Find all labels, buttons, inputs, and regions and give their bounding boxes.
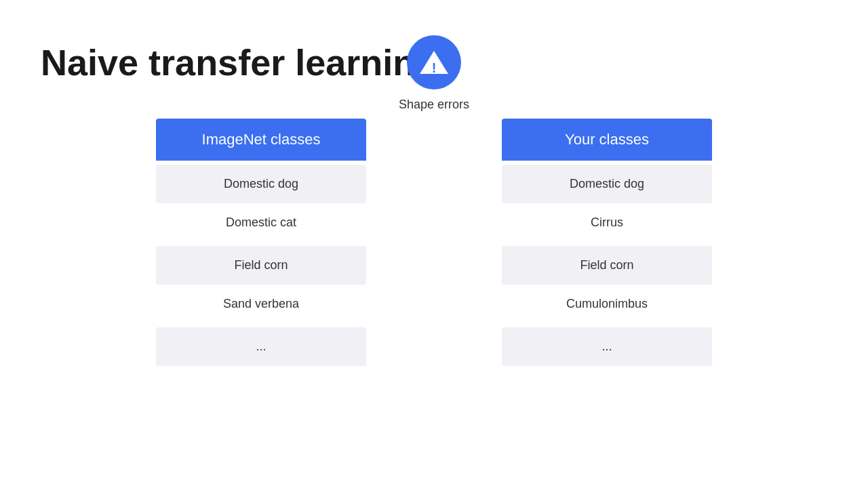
warning-triangle-icon: ! xyxy=(418,47,450,78)
warning-label: Shape errors xyxy=(399,98,469,112)
warning-circle: ! xyxy=(407,35,461,89)
imagenet-column: ImageNet classes Domestic dog Domestic c… xyxy=(156,119,366,366)
your-row-3: Field corn xyxy=(502,246,712,285)
imagenet-rows: Domestic dog Domestic cat Field corn San… xyxy=(156,161,366,366)
svg-text:!: ! xyxy=(432,60,437,75)
your-column-header: Your classes xyxy=(502,119,712,161)
your-row-4: Cumulonimbus xyxy=(502,285,712,323)
imagenet-row-3: Field corn xyxy=(156,246,366,285)
warning-container: ! Shape errors xyxy=(399,35,469,112)
imagenet-row-2: Domestic cat xyxy=(156,203,366,242)
imagenet-column-header: ImageNet classes xyxy=(156,119,366,161)
your-rows: Domestic dog Cirrus Field corn Cumulonim… xyxy=(502,161,712,366)
your-column: Your classes Domestic dog Cirrus Field c… xyxy=(502,119,712,366)
imagenet-row-5: ... xyxy=(156,327,366,366)
main-content: ImageNet classes Domestic dog Domestic c… xyxy=(41,119,827,461)
page-container: Naive transfer learning ImageNet classes… xyxy=(0,0,868,488)
your-row-2: Cirrus xyxy=(502,203,712,242)
imagenet-row-4: Sand verbena xyxy=(156,285,366,323)
your-row-5: ... xyxy=(502,327,712,366)
imagenet-row-1: Domestic dog xyxy=(156,165,366,203)
your-row-1: Domestic dog xyxy=(502,165,712,203)
